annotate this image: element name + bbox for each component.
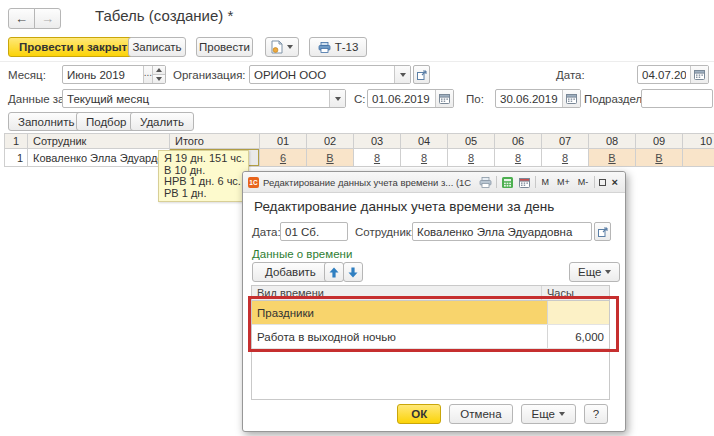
calendar-icon xyxy=(519,177,530,188)
timesheet-window: Табель (создание) * Провести и закрыть З… xyxy=(0,0,714,436)
employee-cell[interactable]: Коваленко Элла Эдуардовна xyxy=(28,149,170,167)
date-calendar-button[interactable] xyxy=(690,66,708,83)
day-value-cell[interactable]: 8 xyxy=(542,149,589,167)
date-field-group xyxy=(637,65,709,84)
print-t13-label: Т-13 xyxy=(335,41,359,53)
period-to-calendar-button[interactable] xyxy=(562,90,580,107)
day-value-cell[interactable]: 8 xyxy=(495,149,542,167)
memory-m-button[interactable]: М xyxy=(539,177,551,187)
calendar-icon xyxy=(439,93,450,104)
arrow-down-icon xyxy=(348,267,358,278)
department-input[interactable] xyxy=(642,90,712,107)
more-button[interactable]: Еще xyxy=(569,262,620,282)
organization-choose-button[interactable] xyxy=(413,65,430,84)
add-button[interactable]: Добавить xyxy=(252,262,329,282)
fill-button[interactable]: Заполнить xyxy=(8,112,84,131)
print-t13-button[interactable]: Т-13 xyxy=(309,37,367,57)
spinner-up-icon xyxy=(156,68,162,72)
month-spinner[interactable] xyxy=(152,66,165,83)
create-based-on-button[interactable] xyxy=(265,37,299,57)
grid-header-day: 06 xyxy=(495,133,542,149)
grid-header-day: 05 xyxy=(448,133,495,149)
post-and-close-button[interactable]: Провести и закрыть xyxy=(8,37,145,57)
memory-m-minus-button[interactable]: М- xyxy=(576,177,591,187)
period-to-label: По: xyxy=(466,93,484,105)
dialog-employee-input[interactable] xyxy=(413,223,591,240)
chevron-down-icon xyxy=(400,73,406,77)
period-to-input[interactable] xyxy=(496,90,562,107)
chevron-down-icon xyxy=(559,412,565,416)
time-type-cell[interactable]: Работа в выходной ночью xyxy=(252,325,547,348)
back-button[interactable] xyxy=(8,8,35,29)
page-title: Табель (создание) * xyxy=(95,7,233,24)
pick-button[interactable]: Подбор xyxy=(76,112,137,131)
period-from-calendar-button[interactable] xyxy=(435,90,453,107)
grid-header-day: 04 xyxy=(401,133,448,149)
month-field-group xyxy=(62,65,166,84)
hours-cell[interactable] xyxy=(547,301,609,324)
day-value-cell[interactable]: 6 xyxy=(260,149,307,167)
hours-cell[interactable]: 6,000 xyxy=(547,325,609,348)
document-icon xyxy=(271,40,283,54)
date-label: Дата: xyxy=(556,69,585,81)
day-value-cell[interactable]: 8 xyxy=(401,149,448,167)
month-label: Месяц: xyxy=(8,69,46,81)
table-row: 1 Коваленко Элла Эдуардовна 6 В 8 8 8 8 … xyxy=(4,149,714,167)
dialog-date-field xyxy=(280,222,348,241)
time-type-cell[interactable]: Праздники xyxy=(252,301,547,324)
more-button[interactable]: Еще xyxy=(521,404,576,424)
help-button[interactable]: ? xyxy=(584,404,608,424)
day-value-cell[interactable]: 8 xyxy=(354,149,401,167)
choose-icon xyxy=(598,227,608,237)
1c-logo-icon xyxy=(248,177,259,188)
arrow-up-icon xyxy=(329,267,339,278)
dialog-date-input[interactable] xyxy=(281,223,347,240)
month-input[interactable] xyxy=(63,66,143,83)
day-value-cell[interactable]: В xyxy=(307,149,354,167)
day-value-cell[interactable]: 8 xyxy=(448,149,495,167)
write-button[interactable]: Записать xyxy=(128,37,186,57)
printer-icon xyxy=(318,42,331,53)
maximize-icon[interactable] xyxy=(599,179,606,186)
organization-input[interactable] xyxy=(250,66,394,83)
dialog-date-label: Дата: xyxy=(252,226,281,238)
calculator-button[interactable] xyxy=(501,175,514,190)
organization-field-group xyxy=(249,65,411,84)
period-to-group xyxy=(495,89,581,108)
close-icon[interactable] xyxy=(610,176,620,188)
print-button[interactable] xyxy=(479,175,492,190)
data-for-input[interactable] xyxy=(63,90,329,107)
nav-history xyxy=(8,8,61,29)
day-value-cell[interactable]: В xyxy=(589,149,636,167)
chevron-down-icon xyxy=(605,270,611,274)
delete-button[interactable]: Удалить xyxy=(130,112,194,131)
table-row: Праздники xyxy=(252,301,609,325)
forward-button[interactable] xyxy=(34,8,61,29)
day-value-cell[interactable]: В xyxy=(636,149,683,167)
organization-dropdown-button[interactable] xyxy=(394,66,410,83)
col-header-type: Вид времени xyxy=(252,286,541,300)
dialog-titlebar[interactable]: Редактирование данных учета времени з...… xyxy=(243,172,625,193)
ok-button[interactable]: ОК xyxy=(397,404,441,424)
period-from-input[interactable] xyxy=(368,90,435,107)
back-icon xyxy=(15,11,28,26)
titlebar-divider xyxy=(496,176,497,188)
spinner-down-icon xyxy=(156,77,162,81)
move-up-button[interactable] xyxy=(324,262,344,282)
organization-label: Организация: xyxy=(173,69,246,81)
data-for-dropdown-button[interactable] xyxy=(329,90,345,107)
dialog-employee-choose-button[interactable] xyxy=(594,222,611,241)
day-value-cell[interactable] xyxy=(683,149,714,167)
col-header-hours: Часы xyxy=(541,286,609,300)
time-table-header: Вид времени Часы xyxy=(252,286,609,301)
post-button[interactable]: Провести xyxy=(196,37,253,57)
memory-m-plus-button[interactable]: М+ xyxy=(555,177,572,187)
titlebar-divider xyxy=(594,176,595,188)
time-data-section-title: Данные о времени xyxy=(252,248,352,260)
more-label: Еще xyxy=(578,266,601,278)
month-picker-button[interactable] xyxy=(143,66,152,83)
calendar-button[interactable] xyxy=(518,175,531,190)
move-down-button[interactable] xyxy=(343,262,363,282)
date-input[interactable] xyxy=(638,66,690,83)
cancel-button[interactable]: Отмена xyxy=(449,404,512,424)
